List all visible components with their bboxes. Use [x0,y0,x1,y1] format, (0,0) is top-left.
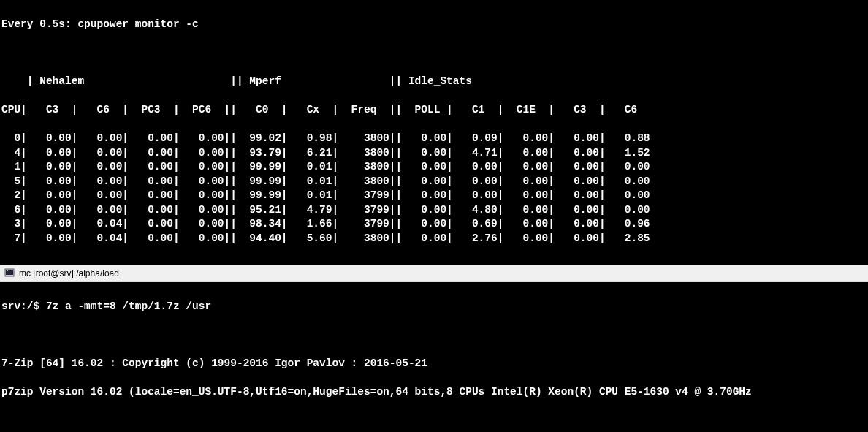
table-row: 2| 0.00| 0.00| 0.00| 0.00|| 99.99| 0.01|… [1,189,867,203]
table-row: 6| 0.00| 0.00| 0.00| 0.00|| 95.21| 4.79|… [1,203,867,218]
7zip-banner-2: p7zip Version 16.02 (locale=en_US.UTF-8,… [1,385,867,400]
table-row: 1| 0.00| 0.00| 0.00| 0.00|| 99.99| 0.01|… [1,160,867,175]
7zip-output: srv:/$ 7z a -mmt=8 /tmp/1.7z /usr 7-Zip … [0,282,868,432]
table-row: 3| 0.00| 0.04| 0.00| 0.00|| 98.34| 1.66|… [1,217,867,232]
monitor-column-header: CPU| C3 | C6 | PC3 | PC6 || C0 | Cx | Fr… [1,103,867,118]
table-row: 7| 0.00| 0.04| 0.00| 0.00|| 94.40| 5.60|… [1,232,867,246]
cpupower-monitor-output: Every 0.5s: cpupower monitor -c | Nehale… [0,0,868,265]
monitor-rows: 0| 0.00| 0.00| 0.00| 0.00|| 99.02| 0.98|… [1,132,867,246]
svg-rect-2 [7,270,8,271]
monitor-group-header: | Nehalem || Mperf || Idle_Stats [1,75,867,89]
table-row: 5| 0.00| 0.00| 0.00| 0.00|| 99.99| 0.01|… [1,175,867,189]
table-row: 0| 0.00| 0.00| 0.00| 0.00|| 99.02| 0.98|… [1,132,867,146]
watch-header: Every 0.5s: cpupower monitor -c [1,18,867,32]
window-title-text: mc [root@srv]:/alpha/load [19,268,119,279]
7zip-banner-1: 7-Zip [64] 16.02 : Copyright (c) 1999-20… [1,357,867,371]
putty-icon [4,268,15,278]
shell-command: srv:/$ 7z a -mmt=8 /tmp/1.7z /usr [1,300,867,314]
window-titlebar[interactable]: mc [root@srv]:/alpha/load [0,265,868,282]
table-row: 4| 0.00| 0.00| 0.00| 0.00|| 93.79| 6.21|… [1,146,867,161]
